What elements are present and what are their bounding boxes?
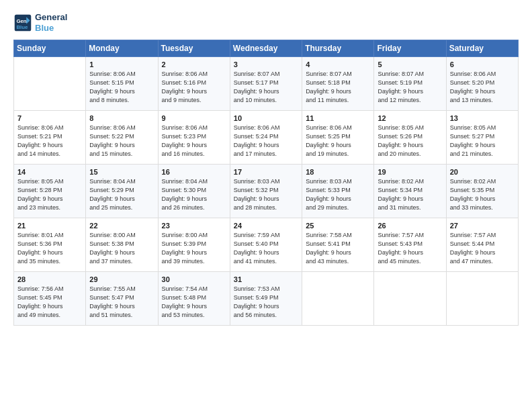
logo-icon: Gen Blue bbox=[13, 13, 32, 32]
calendar-cell: 26Sunrise: 7:57 AMSunset: 5:43 PMDayligh… bbox=[374, 218, 446, 272]
calendar-cell bbox=[14, 57, 86, 111]
day-number: 10 bbox=[234, 114, 298, 122]
calendar-cell: 25Sunrise: 7:58 AMSunset: 5:41 PMDayligh… bbox=[302, 218, 374, 272]
calendar-cell bbox=[446, 272, 518, 326]
day-number: 13 bbox=[450, 114, 515, 122]
svg-text:Blue: Blue bbox=[16, 24, 28, 30]
day-number: 15 bbox=[89, 168, 154, 176]
calendar-cell: 16Sunrise: 8:04 AMSunset: 5:30 PMDayligh… bbox=[158, 165, 230, 218]
day-info: Sunrise: 8:07 AMSunset: 5:18 PMDaylight:… bbox=[306, 70, 370, 105]
day-info: Sunrise: 7:59 AMSunset: 5:40 PMDaylight:… bbox=[234, 231, 298, 266]
day-number: 17 bbox=[234, 168, 298, 176]
day-number: 30 bbox=[162, 275, 226, 283]
calendar-cell: 17Sunrise: 8:03 AMSunset: 5:32 PMDayligh… bbox=[230, 165, 302, 218]
day-number: 7 bbox=[17, 114, 82, 122]
calendar-cell bbox=[302, 272, 374, 326]
calendar-cell: 27Sunrise: 7:57 AMSunset: 5:44 PMDayligh… bbox=[446, 218, 518, 272]
page: Gen Blue General Blue SundayMondayTuesda… bbox=[0, 0, 532, 411]
col-header-tuesday: Tuesday bbox=[158, 40, 230, 57]
calendar-cell: 10Sunrise: 8:06 AMSunset: 5:24 PMDayligh… bbox=[230, 111, 302, 165]
calendar-cell: 18Sunrise: 8:03 AMSunset: 5:33 PMDayligh… bbox=[302, 165, 374, 218]
day-info: Sunrise: 8:00 AMSunset: 5:39 PMDaylight:… bbox=[162, 231, 226, 266]
calendar-cell: 30Sunrise: 7:54 AMSunset: 5:48 PMDayligh… bbox=[158, 272, 230, 326]
col-header-saturday: Saturday bbox=[446, 40, 518, 57]
week-row-1: 1Sunrise: 8:06 AMSunset: 5:15 PMDaylight… bbox=[14, 57, 519, 111]
day-info: Sunrise: 7:53 AMSunset: 5:49 PMDaylight:… bbox=[234, 285, 298, 320]
day-info: Sunrise: 8:06 AMSunset: 5:25 PMDaylight:… bbox=[306, 124, 370, 158]
day-number: 1 bbox=[89, 60, 154, 68]
day-info: Sunrise: 8:05 AMSunset: 5:28 PMDaylight:… bbox=[17, 177, 82, 212]
calendar-cell: 9Sunrise: 8:06 AMSunset: 5:23 PMDaylight… bbox=[158, 111, 230, 165]
day-info: Sunrise: 7:57 AMSunset: 5:44 PMDaylight:… bbox=[450, 231, 515, 266]
calendar-cell: 3Sunrise: 8:07 AMSunset: 5:17 PMDaylight… bbox=[230, 57, 302, 111]
day-info: Sunrise: 8:06 AMSunset: 5:21 PMDaylight:… bbox=[17, 124, 82, 158]
header: Gen Blue General Blue bbox=[13, 12, 519, 33]
day-number: 22 bbox=[89, 222, 154, 230]
day-number: 26 bbox=[378, 222, 442, 230]
day-number: 20 bbox=[450, 168, 515, 176]
calendar-cell: 12Sunrise: 8:05 AMSunset: 5:26 PMDayligh… bbox=[374, 111, 446, 165]
day-info: Sunrise: 8:07 AMSunset: 5:19 PMDaylight:… bbox=[378, 70, 442, 105]
calendar-cell: 29Sunrise: 7:55 AMSunset: 5:47 PMDayligh… bbox=[86, 272, 158, 326]
day-info: Sunrise: 8:05 AMSunset: 5:26 PMDaylight:… bbox=[378, 124, 442, 158]
calendar-cell: 7Sunrise: 8:06 AMSunset: 5:21 PMDaylight… bbox=[14, 111, 86, 165]
day-number: 12 bbox=[378, 114, 442, 122]
calendar-cell: 24Sunrise: 7:59 AMSunset: 5:40 PMDayligh… bbox=[230, 218, 302, 272]
day-info: Sunrise: 8:02 AMSunset: 5:34 PMDaylight:… bbox=[378, 177, 442, 212]
day-number: 29 bbox=[89, 275, 154, 283]
logo: Gen Blue General Blue bbox=[13, 12, 67, 33]
day-info: Sunrise: 8:06 AMSunset: 5:23 PMDaylight:… bbox=[162, 124, 226, 158]
day-number: 28 bbox=[17, 275, 82, 283]
day-number: 9 bbox=[162, 114, 226, 122]
col-header-friday: Friday bbox=[374, 40, 446, 57]
day-number: 18 bbox=[306, 168, 370, 176]
day-number: 4 bbox=[306, 60, 370, 68]
calendar-cell: 8Sunrise: 8:06 AMSunset: 5:22 PMDaylight… bbox=[86, 111, 158, 165]
day-info: Sunrise: 8:03 AMSunset: 5:32 PMDaylight:… bbox=[234, 177, 298, 212]
day-info: Sunrise: 7:56 AMSunset: 5:45 PMDaylight:… bbox=[17, 285, 82, 320]
day-info: Sunrise: 7:55 AMSunset: 5:47 PMDaylight:… bbox=[89, 285, 154, 320]
day-number: 31 bbox=[234, 275, 298, 283]
week-row-3: 14Sunrise: 8:05 AMSunset: 5:28 PMDayligh… bbox=[14, 165, 519, 218]
calendar-cell: 22Sunrise: 8:00 AMSunset: 5:38 PMDayligh… bbox=[86, 218, 158, 272]
day-info: Sunrise: 8:00 AMSunset: 5:38 PMDaylight:… bbox=[89, 231, 154, 266]
header-row: SundayMondayTuesdayWednesdayThursdayFrid… bbox=[14, 40, 519, 57]
col-header-thursday: Thursday bbox=[302, 40, 374, 57]
col-header-monday: Monday bbox=[86, 40, 158, 57]
day-info: Sunrise: 8:04 AMSunset: 5:30 PMDaylight:… bbox=[162, 177, 226, 212]
day-number: 27 bbox=[450, 222, 515, 230]
day-info: Sunrise: 7:58 AMSunset: 5:41 PMDaylight:… bbox=[306, 231, 370, 266]
day-number: 24 bbox=[234, 222, 298, 230]
day-number: 11 bbox=[306, 114, 370, 122]
calendar-cell: 28Sunrise: 7:56 AMSunset: 5:45 PMDayligh… bbox=[14, 272, 86, 326]
day-info: Sunrise: 8:06 AMSunset: 5:16 PMDaylight:… bbox=[162, 70, 226, 105]
calendar-cell: 13Sunrise: 8:05 AMSunset: 5:27 PMDayligh… bbox=[446, 111, 518, 165]
day-info: Sunrise: 8:06 AMSunset: 5:15 PMDaylight:… bbox=[89, 70, 154, 105]
calendar-cell bbox=[374, 272, 446, 326]
day-info: Sunrise: 8:02 AMSunset: 5:35 PMDaylight:… bbox=[450, 177, 515, 212]
calendar-table: SundayMondayTuesdayWednesdayThursdayFrid… bbox=[13, 40, 519, 326]
day-number: 5 bbox=[378, 60, 442, 68]
day-info: Sunrise: 8:06 AMSunset: 5:22 PMDaylight:… bbox=[89, 124, 154, 158]
col-header-sunday: Sunday bbox=[14, 40, 86, 57]
col-header-wednesday: Wednesday bbox=[230, 40, 302, 57]
svg-text:Gen: Gen bbox=[16, 18, 26, 24]
day-number: 3 bbox=[234, 60, 298, 68]
week-row-2: 7Sunrise: 8:06 AMSunset: 5:21 PMDaylight… bbox=[14, 111, 519, 165]
week-row-5: 28Sunrise: 7:56 AMSunset: 5:45 PMDayligh… bbox=[14, 272, 519, 326]
calendar-cell: 11Sunrise: 8:06 AMSunset: 5:25 PMDayligh… bbox=[302, 111, 374, 165]
calendar-cell: 20Sunrise: 8:02 AMSunset: 5:35 PMDayligh… bbox=[446, 165, 518, 218]
calendar-cell: 31Sunrise: 7:53 AMSunset: 5:49 PMDayligh… bbox=[230, 272, 302, 326]
day-info: Sunrise: 8:01 AMSunset: 5:36 PMDaylight:… bbox=[17, 231, 82, 266]
calendar-cell: 6Sunrise: 8:06 AMSunset: 5:20 PMDaylight… bbox=[446, 57, 518, 111]
day-info: Sunrise: 7:57 AMSunset: 5:43 PMDaylight:… bbox=[378, 231, 442, 266]
day-number: 23 bbox=[162, 222, 226, 230]
day-info: Sunrise: 8:05 AMSunset: 5:27 PMDaylight:… bbox=[450, 124, 515, 158]
calendar-cell: 5Sunrise: 8:07 AMSunset: 5:19 PMDaylight… bbox=[374, 57, 446, 111]
calendar-cell: 14Sunrise: 8:05 AMSunset: 5:28 PMDayligh… bbox=[14, 165, 86, 218]
calendar-cell: 1Sunrise: 8:06 AMSunset: 5:15 PMDaylight… bbox=[86, 57, 158, 111]
calendar-cell: 21Sunrise: 8:01 AMSunset: 5:36 PMDayligh… bbox=[14, 218, 86, 272]
day-info: Sunrise: 8:06 AMSunset: 5:24 PMDaylight:… bbox=[234, 124, 298, 158]
day-number: 25 bbox=[306, 222, 370, 230]
week-row-4: 21Sunrise: 8:01 AMSunset: 5:36 PMDayligh… bbox=[14, 218, 519, 272]
